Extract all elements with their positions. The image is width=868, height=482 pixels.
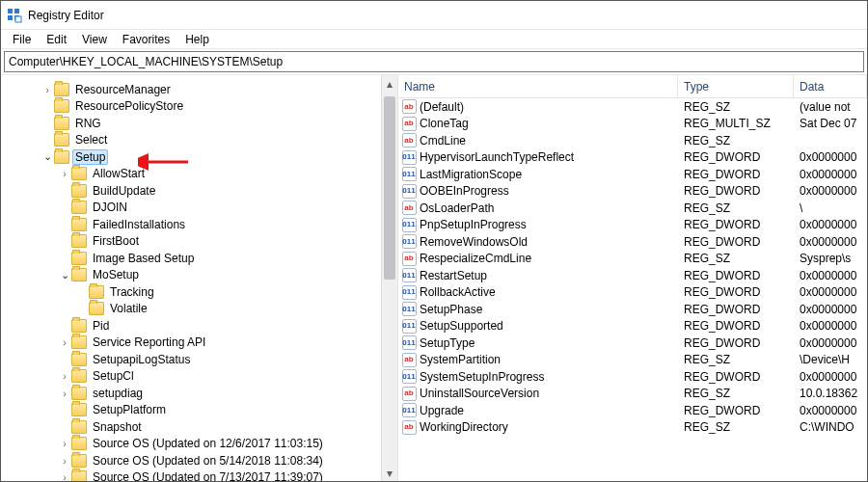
- list-row[interactable]: 011SetupSupportedREG_DWORD0x0000000: [398, 318, 867, 335]
- address-input[interactable]: [5, 52, 863, 71]
- list-row[interactable]: abCloneTagREG_MULTI_SZSat Dec 07: [398, 116, 867, 133]
- folder-icon: [54, 117, 69, 130]
- window-root: Registry Editor FileEditViewFavoritesHel…: [0, 0, 868, 482]
- list-row[interactable]: abOsLoaderPathREG_SZ\: [398, 200, 867, 217]
- tree-item[interactable]: ›ResourceManager: [1, 81, 381, 98]
- chevron-right-icon[interactable]: ›: [59, 438, 70, 449]
- value-data: 0x0000000: [794, 404, 867, 417]
- value-name: Upgrade: [420, 404, 678, 417]
- tree-item[interactable]: ›Source OS (Updated on 5/14/2018 11:08:3…: [1, 452, 381, 469]
- tree-item[interactable]: ›Service Reporting API: [1, 335, 381, 352]
- list-row[interactable]: ab(Default)REG_SZ(value not: [398, 98, 867, 116]
- list-row[interactable]: 011OOBEInProgressREG_DWORD0x0000000: [398, 183, 867, 201]
- menu-item-view[interactable]: View: [74, 31, 115, 48]
- list-row[interactable]: 011PnpSetupInProgressREG_DWORD0x0000000: [398, 217, 867, 234]
- tree-item-label: Volatile: [107, 302, 150, 315]
- folder-icon: [71, 369, 87, 383]
- list-row[interactable]: 011SetupTypeREG_DWORD0x0000000: [398, 335, 867, 352]
- chevron-right-icon[interactable]: ›: [59, 336, 70, 348]
- tree-item[interactable]: Tracking: [1, 283, 381, 301]
- column-header-name[interactable]: Name: [398, 75, 678, 97]
- value-name: RestartSetup: [420, 269, 678, 282]
- scroll-up-button[interactable]: ▴: [382, 75, 397, 92]
- folder-icon: [71, 437, 87, 450]
- value-name: HypervisorLaunchTypeReflect: [420, 150, 678, 164]
- tree-item[interactable]: FirstBoot: [1, 233, 381, 251]
- chevron-right-icon[interactable]: ›: [59, 388, 70, 399]
- scroll-thumb[interactable]: [384, 96, 395, 280]
- tree-scrollbar[interactable]: ▴ ▾: [381, 75, 397, 481]
- list-row[interactable]: 011LastMigrationScopeREG_DWORD0x0000000: [398, 166, 867, 183]
- menu-item-file[interactable]: File: [5, 31, 39, 48]
- chevron-down-icon[interactable]: ⌄: [41, 150, 53, 163]
- menu-item-help[interactable]: Help: [177, 31, 217, 48]
- value-name: UninstallSourceVersion: [420, 387, 678, 400]
- menu-item-edit[interactable]: Edit: [39, 31, 74, 48]
- tree-item[interactable]: ›Source OS (Updated on 7/13/2017 11:39:0…: [1, 469, 381, 482]
- folder-icon: [71, 319, 87, 333]
- chevron-right-icon[interactable]: ›: [59, 168, 70, 179]
- tree-item[interactable]: ›SetupCl: [1, 368, 381, 386]
- tree-item[interactable]: BuildUpdate: [1, 182, 381, 200]
- value-type: REG_DWORD: [678, 404, 794, 417]
- tree-item-label: Source OS (Updated on 5/14/2018 11:08:34…: [90, 454, 326, 468]
- tree-item[interactable]: ›Source OS (Updated on 12/6/2017 11:03:1…: [1, 436, 381, 453]
- column-header-data[interactable]: Data: [794, 75, 867, 97]
- list-row[interactable]: abUninstallSourceVersionREG_SZ10.0.18362: [398, 386, 867, 403]
- chevron-right-icon[interactable]: ›: [59, 370, 70, 382]
- list-row[interactable]: 011UpgradeREG_DWORD0x0000000: [398, 402, 867, 419]
- chevron-right-icon[interactable]: ›: [41, 84, 53, 95]
- tree-item-label: Service Reporting API: [90, 335, 208, 349]
- tree-item[interactable]: ›AllowStart: [1, 166, 381, 183]
- tree-item[interactable]: ›setupdiag: [1, 385, 381, 402]
- tree-item[interactable]: ResourcePolicyStore: [1, 98, 381, 116]
- value-data: Sat Dec 07: [794, 117, 867, 130]
- value-data: 0x0000000: [794, 150, 867, 164]
- tree-item[interactable]: Image Based Setup: [1, 250, 381, 267]
- list-row[interactable]: abWorkingDirectoryREG_SZC:\WINDO: [398, 419, 867, 437]
- tree-item[interactable]: Pid: [1, 317, 381, 335]
- column-header-type[interactable]: Type: [678, 75, 794, 97]
- tree-item-label: FailedInstallations: [90, 218, 188, 231]
- list-row[interactable]: 011SystemSetupInProgressREG_DWORD0x00000…: [398, 368, 867, 386]
- menu-item-favorites[interactable]: Favorites: [115, 31, 177, 48]
- value-type: REG_DWORD: [678, 150, 794, 164]
- tree-item[interactable]: ⌄MoSetup: [1, 267, 381, 284]
- chevron-right-icon[interactable]: ›: [59, 471, 70, 481]
- list-row[interactable]: 011SetupPhaseREG_DWORD0x0000000: [398, 301, 867, 318]
- list-row[interactable]: abCmdLineREG_SZ: [398, 132, 867, 149]
- list-row[interactable]: 011RollbackActiveREG_DWORD0x0000000: [398, 284, 867, 302]
- value-type: REG_SZ: [678, 353, 794, 366]
- reg-binary-icon: 011: [402, 369, 417, 384]
- scroll-down-button[interactable]: ▾: [382, 465, 397, 481]
- list-row[interactable]: abRespecializeCmdLineREG_SZSysprep\s: [398, 251, 867, 268]
- tree-item[interactable]: FailedInstallations: [1, 216, 381, 233]
- list-view[interactable]: ab(Default)REG_SZ(value notabCloneTagREG…: [398, 98, 867, 481]
- tree-item[interactable]: Select: [1, 132, 381, 149]
- reg-binary-icon: 011: [402, 150, 417, 165]
- chevron-down-icon[interactable]: ⌄: [59, 269, 70, 281]
- tree-item[interactable]: Snapshot: [1, 418, 381, 436]
- tree-view[interactable]: ›ResourceManagerResourcePolicyStoreRNGSe…: [1, 75, 381, 481]
- list-row[interactable]: 011RemoveWindowsOldREG_DWORD0x0000000: [398, 233, 867, 251]
- value-name: RemoveWindowsOld: [420, 235, 678, 249]
- list-row[interactable]: abSystemPartitionREG_SZ\Device\H: [398, 352, 867, 369]
- tree-item-label: setupdiag: [90, 387, 146, 400]
- list-row[interactable]: 011HypervisorLaunchTypeReflectREG_DWORD0…: [398, 149, 867, 167]
- value-data: 0x0000000: [794, 184, 867, 198]
- tree-item[interactable]: RNG: [1, 115, 381, 132]
- value-name: RespecializeCmdLine: [420, 252, 678, 265]
- folder-icon: [54, 99, 69, 113]
- list-row[interactable]: 011RestartSetupREG_DWORD0x0000000: [398, 267, 867, 284]
- tree-item[interactable]: Volatile: [1, 301, 381, 318]
- tree-item[interactable]: ⌄Setup: [1, 148, 381, 166]
- value-data: 0x0000000: [794, 336, 867, 350]
- value-type: REG_SZ: [678, 252, 794, 265]
- chevron-right-icon[interactable]: ›: [59, 455, 70, 467]
- reg-binary-icon: 011: [402, 234, 417, 249]
- folder-icon: [71, 268, 87, 281]
- tree-item[interactable]: SetupPlatform: [1, 402, 381, 419]
- tree-item[interactable]: DJOIN: [1, 200, 381, 217]
- value-type: REG_SZ: [678, 387, 794, 400]
- tree-item[interactable]: SetupapiLogStatus: [1, 351, 381, 368]
